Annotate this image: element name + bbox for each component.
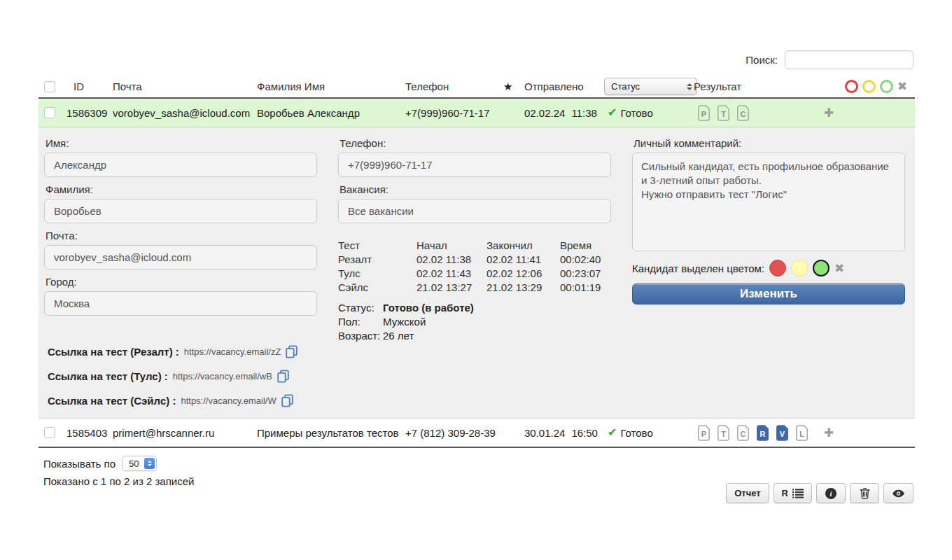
cell-phone: +7 (812) 309-28-39: [405, 427, 503, 439]
city-field[interactable]: [44, 291, 317, 316]
result-documents: P T C: [690, 105, 816, 121]
email-label: Почта:: [46, 230, 317, 241]
test-link-url[interactable]: https://vacancy.email/W: [181, 396, 276, 406]
phone-label: Телефон:: [340, 137, 611, 149]
test-end: 02.02 11:41: [486, 253, 560, 267]
test-link-url[interactable]: https://vacancy.email/wB: [173, 371, 272, 382]
status-value: Готово (в работе): [383, 301, 611, 315]
status-text: Готово: [620, 427, 652, 439]
svg-text:C: C: [741, 109, 746, 118]
tests-col-start: Начал: [416, 239, 486, 253]
svg-text:L: L: [799, 429, 804, 438]
edit-button[interactable]: Изменить: [632, 284, 905, 304]
test-end: 21.02 13:29: [486, 281, 560, 295]
test-time: 00:23:07: [560, 267, 611, 281]
check-icon: ✔: [608, 427, 617, 438]
first-name-field[interactable]: [44, 153, 317, 177]
candidate-color-row: Кандидат выделен цветом: ✖: [632, 260, 905, 276]
view-button[interactable]: [883, 483, 913, 503]
row-checkbox[interactable]: [44, 107, 55, 118]
result-documents: P T C R V L: [690, 425, 816, 441]
clear-color-icon[interactable]: ✖: [834, 262, 844, 274]
test-start: 02.02 11:43: [416, 267, 486, 281]
copy-icon[interactable]: [286, 345, 298, 358]
test-report-c-icon[interactable]: C: [736, 425, 750, 441]
last-name-field[interactable]: [44, 199, 317, 223]
vacancy-label: Вакансия:: [340, 183, 611, 195]
test-link-url[interactable]: https://vacancy.email/zZ: [184, 346, 281, 357]
copy-icon[interactable]: [277, 370, 289, 383]
test-links: Ссылка на тест (Резалт) : https://vacanc…: [48, 340, 298, 413]
green-color-option-selected[interactable]: [813, 260, 830, 276]
age-value: 26 лет: [383, 329, 611, 343]
status-text: Готово: [620, 107, 652, 119]
first-name-label: Имя:: [46, 137, 317, 149]
test-start: 21.02 13:27: [416, 281, 486, 295]
check-icon: ✔: [608, 107, 617, 118]
clear-color-filter-icon[interactable]: ✖: [897, 80, 907, 92]
header-result: Результат: [690, 80, 816, 92]
table-row[interactable]: 1585403 primert@hrscanner.ru Примеры рез…: [38, 419, 915, 448]
tests-col-test: Тест: [338, 239, 416, 253]
red-circle-filter-icon[interactable]: [845, 80, 858, 93]
test-report-r-icon[interactable]: R: [755, 425, 770, 441]
star-icon[interactable]: ★: [503, 80, 524, 93]
trash-icon: [860, 487, 870, 499]
candidate-meta: Статус: Готово (в работе) Пол: Мужской В…: [338, 301, 611, 343]
red-color-option[interactable]: [769, 260, 786, 276]
add-icon[interactable]: ✚: [824, 106, 915, 120]
test-time: 00:01:19: [560, 281, 611, 295]
svg-text:P: P: [701, 109, 706, 118]
test-time: 00:02:40: [560, 253, 611, 267]
copy-icon[interactable]: [281, 394, 293, 407]
detail-right-column: Личный комментарий: Сильный кандидат, ес…: [632, 133, 905, 304]
page-size-value: 50: [129, 458, 139, 469]
search-input[interactable]: [785, 50, 913, 69]
comment-textarea[interactable]: Сильный кандидат, есть профильное образо…: [632, 153, 905, 251]
search-label: Поиск:: [746, 54, 778, 66]
cell-sent: 02.02.24 11:38: [524, 107, 604, 119]
test-report-p-icon[interactable]: P: [696, 105, 711, 121]
color-filter-group: ✖: [816, 80, 915, 93]
cell-name: Примеры результатов тестов: [257, 427, 405, 439]
gender-value: Мужской: [383, 315, 611, 329]
email-field[interactable]: [44, 245, 317, 270]
row-checkbox[interactable]: [44, 427, 55, 438]
status-label: Статус:: [338, 301, 383, 315]
green-circle-filter-icon[interactable]: [880, 80, 893, 93]
test-report-t-icon[interactable]: T: [716, 105, 731, 121]
info-button[interactable]: i: [816, 483, 846, 503]
r-list-button[interactable]: R: [774, 483, 812, 503]
cell-status: ✔ Готово: [604, 107, 690, 119]
test-report-v-icon[interactable]: V: [775, 425, 790, 441]
test-name: Тулс: [338, 267, 416, 281]
tests-col-time: Время: [560, 239, 611, 253]
yellow-color-option[interactable]: [791, 260, 808, 276]
test-report-c-icon[interactable]: C: [736, 105, 750, 121]
eye-icon: [892, 489, 905, 498]
candidates-page: { "icons": { "check": "✔", "star": "★", …: [0, 0, 952, 560]
test-end: 02.02 12:06: [486, 267, 560, 281]
report-button[interactable]: Отчет: [726, 483, 769, 503]
search-bar: Поиск:: [746, 50, 913, 69]
delete-button[interactable]: [850, 483, 879, 503]
test-link-rezalt: Ссылка на тест (Резалт) : https://vacanc…: [48, 340, 298, 364]
cell-id: 1586309: [66, 107, 113, 119]
r-label: R: [782, 488, 788, 498]
add-icon[interactable]: ✚: [824, 426, 915, 440]
table-row[interactable]: 1586309 vorobyev_sasha@icloud.com Воробь…: [38, 99, 915, 127]
bottom-actions: Отчет R i: [726, 483, 913, 503]
cell-email: vorobyev_sasha@icloud.com: [113, 107, 257, 119]
page-size-select[interactable]: 50: [122, 456, 157, 471]
yellow-circle-filter-icon[interactable]: [862, 80, 876, 93]
test-report-l-icon[interactable]: L: [794, 425, 809, 441]
select-all-checkbox[interactable]: [44, 81, 55, 92]
test-link-label: Ссылка на тест (Резалт) :: [48, 346, 179, 358]
vacancy-field[interactable]: [338, 199, 611, 223]
test-report-p-icon[interactable]: P: [696, 425, 711, 441]
header-phone: Телефон: [405, 80, 503, 92]
status-filter-select[interactable]: Статус: [604, 78, 697, 95]
test-report-t-icon[interactable]: T: [716, 425, 731, 441]
test-link-label: Ссылка на тест (Сэйлс) :: [48, 395, 176, 407]
phone-field[interactable]: [338, 153, 611, 177]
